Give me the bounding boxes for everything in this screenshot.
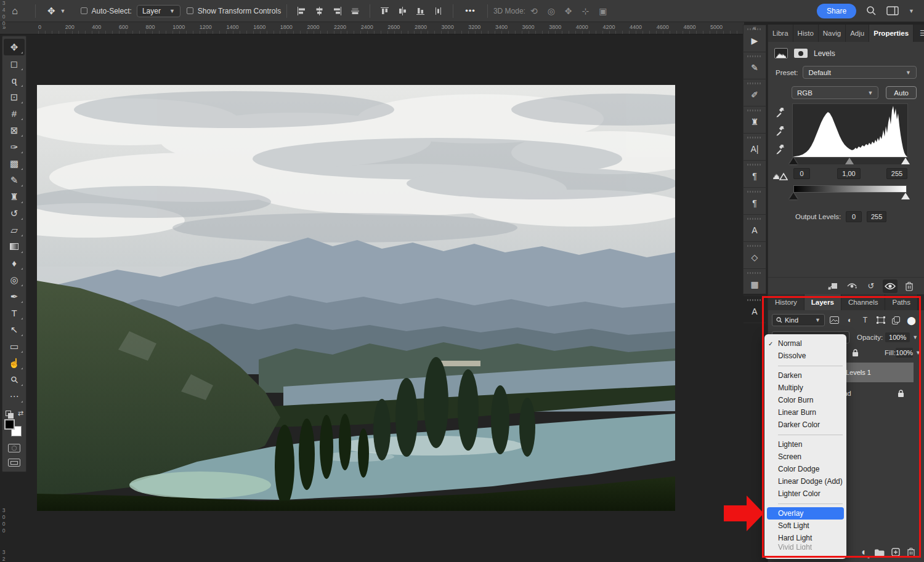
path-selection-tool[interactable]: ↖	[4, 321, 25, 338]
lasso-tool[interactable]: ɋ	[4, 72, 25, 89]
align-top-edges-button[interactable]	[350, 6, 360, 16]
blend-mode-menu-item[interactable]	[764, 431, 846, 438]
actions-panel-icon[interactable]: ▶	[744, 33, 766, 49]
quick-mask-button[interactable]	[8, 444, 20, 452]
view-previous-state-icon[interactable]	[845, 279, 859, 293]
delete-layer-trash-icon[interactable]	[907, 547, 915, 557]
visibility-eye-icon[interactable]	[883, 279, 898, 293]
white-input-slider[interactable]	[901, 158, 910, 164]
more-tools[interactable]: ⋯	[4, 388, 25, 404]
3d-camera-icon[interactable]: ▣	[599, 6, 607, 16]
eyedropper-tool[interactable]: ✑	[4, 138, 25, 155]
blend-mode-menu-item[interactable]: Hard Light	[764, 532, 846, 544]
distribute-top-edges-button[interactable]	[379, 6, 390, 16]
black-output-slider[interactable]	[789, 193, 798, 199]
filter-toggle-icon[interactable]: ⬤	[906, 316, 917, 325]
blend-mode-menu-item[interactable]: Vivid Light	[764, 544, 846, 550]
blend-mode-menu-item[interactable]	[764, 362, 846, 369]
dodge-tool[interactable]: ◎	[4, 271, 25, 288]
search-icon[interactable]	[866, 6, 877, 16]
blur-tool[interactable]: ♦	[4, 255, 25, 271]
default-colors-icon[interactable]	[6, 411, 11, 416]
new-adjustment-layer-icon[interactable]: ◐	[861, 547, 867, 558]
white-input-value[interactable]: 255	[886, 168, 907, 179]
auto-select-target-dropdown[interactable]: Layer ▼	[137, 5, 180, 17]
panel-tab[interactable]: Adju	[846, 25, 869, 42]
character-styles-panel-icon[interactable]: A	[744, 222, 766, 238]
glyphs-panel-icon[interactable]: ¶	[744, 195, 766, 211]
gamma-input-slider[interactable]	[845, 158, 854, 164]
panel-tab[interactable]: Layers	[804, 294, 841, 310]
healing-brush-tool[interactable]: ▩	[4, 155, 25, 172]
object-selection-tool[interactable]: ⊡	[4, 89, 25, 105]
screen-mode-button[interactable]	[8, 459, 20, 467]
share-button[interactable]: Share	[817, 4, 856, 18]
rectangle-tool[interactable]: ▭	[4, 338, 25, 355]
patterns-panel-icon[interactable]: ▦	[744, 276, 766, 292]
brushes-panel-icon[interactable]: ✐	[744, 87, 766, 103]
character-panel-icon[interactable]: A|	[744, 141, 766, 157]
menu-scroll-down-icon[interactable]: ⌄	[764, 550, 846, 559]
black-input-slider[interactable]	[789, 158, 798, 164]
collapse-panels-icon[interactable]: «	[753, 25, 755, 31]
output-black-value[interactable]: 0	[846, 211, 862, 222]
blend-mode-menu-item[interactable]: Color Dodge	[764, 463, 846, 475]
brush-settings-panel-icon[interactable]: ✎	[744, 60, 766, 76]
reset-adjustment-icon[interactable]: ↺	[864, 279, 878, 293]
chevron-down-icon[interactable]: ▼	[912, 334, 918, 340]
paragraph-styles-panel-icon[interactable]: A	[744, 303, 766, 319]
preset-select[interactable]: Default ▼	[803, 66, 917, 79]
blend-mode-menu-item[interactable]: Lighter Color	[764, 488, 846, 500]
chevron-down-icon[interactable]: ▼	[915, 350, 921, 356]
align-horizontal-centers-button[interactable]	[314, 6, 325, 16]
distribute-horizontal-button[interactable]	[433, 6, 444, 16]
new-layer-icon[interactable]	[891, 548, 900, 556]
panel-tab[interactable]: Libra	[768, 25, 793, 42]
clone-stamp-tool[interactable]: ♜	[4, 188, 25, 205]
frame-tool[interactable]: ⊠	[4, 122, 25, 138]
blend-mode-menu-item[interactable]: Overlay	[767, 507, 844, 520]
swap-colors-icon[interactable]: ⇄	[18, 409, 23, 417]
blend-mode-menu-item[interactable]: Lighten	[764, 438, 846, 451]
blend-mode-menu-item[interactable]: Linear Dodge (Add)	[764, 475, 846, 488]
align-right-edges-button[interactable]	[332, 6, 342, 16]
zoom-tool[interactable]: ⚲	[4, 371, 25, 388]
show-transform-checkbox[interactable]	[187, 7, 193, 14]
3d-panel-icon[interactable]: ◇	[744, 249, 766, 265]
white-point-eyedropper-icon[interactable]	[776, 145, 785, 155]
marquee-tool[interactable]: ◻	[4, 55, 25, 72]
filter-shape-layers-icon[interactable]	[875, 316, 886, 324]
filter-type-layers-icon[interactable]: T	[859, 316, 871, 324]
blend-mode-menu-item[interactable]: Darker Color	[764, 419, 846, 431]
blend-mode-menu-item[interactable]: Screen	[764, 451, 846, 463]
paragraph-panel-icon[interactable]: ¶	[744, 168, 766, 184]
gamma-input-value[interactable]: 1,00	[837, 168, 861, 179]
blend-mode-menu-item[interactable]: Linear Burn	[764, 406, 846, 419]
panel-tab[interactable]: History	[768, 294, 804, 310]
3d-roll-icon[interactable]: ◎	[548, 6, 555, 16]
blend-mode-menu-item[interactable]: Darken	[764, 369, 846, 382]
panel-menu-icon[interactable]: ☰	[918, 294, 924, 310]
panel-tab[interactable]: Navig	[819, 25, 846, 42]
panel-tab[interactable]: Paths	[885, 294, 917, 310]
3d-slide-icon[interactable]: ⊹	[582, 6, 590, 16]
blend-mode-menu-item[interactable]: Dissolve	[764, 350, 846, 362]
document-canvas[interactable]	[37, 85, 675, 511]
crop-tool[interactable]: #	[4, 105, 25, 122]
new-group-folder-icon[interactable]	[874, 548, 885, 556]
auto-select-checkbox[interactable]	[81, 7, 87, 14]
filter-adjustment-layers-icon[interactable]: ◐	[844, 316, 856, 324]
blend-mode-menu-item[interactable]: ✓ Normal	[764, 337, 846, 350]
layer-mask-icon[interactable]	[794, 49, 808, 58]
clone-source-panel-icon[interactable]: ♜	[744, 114, 766, 130]
type-tool[interactable]: T	[4, 305, 25, 321]
foreground-color-swatch[interactable]	[4, 419, 15, 430]
workspace-switcher-icon[interactable]	[886, 6, 899, 15]
hand-tool[interactable]: ☝	[4, 355, 25, 371]
pen-tool[interactable]: ✒	[4, 288, 25, 305]
brush-tool[interactable]: ✎	[4, 172, 25, 188]
blend-mode-menu-item[interactable]: Color Burn	[764, 394, 846, 406]
filter-kind-select[interactable]: Kind ▼	[772, 314, 825, 326]
panel-menu-icon[interactable]: ☰	[914, 25, 924, 42]
clip-to-layer-icon[interactable]	[825, 279, 840, 293]
